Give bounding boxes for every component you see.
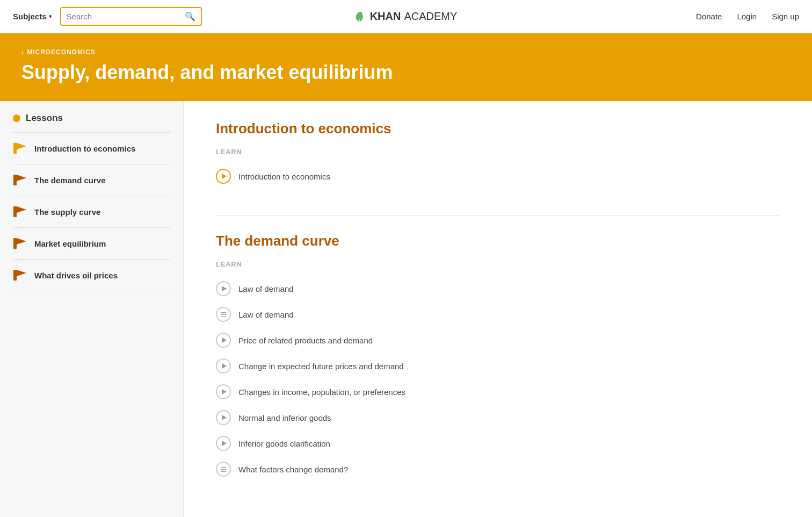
body-layout: Lessons Introduction to economics The de… xyxy=(0,101,812,517)
sidebar-icon-oil xyxy=(13,269,28,281)
login-button[interactable]: Login xyxy=(737,12,757,21)
flag-supply-icon xyxy=(13,206,27,217)
navbar: Subjects ▾ 🔍 KHANACADEMY Donate Login Si… xyxy=(0,0,812,33)
lesson-normal-inferior[interactable]: Normal and inferior goods xyxy=(216,405,780,430)
svg-marker-5 xyxy=(17,206,26,213)
play-triangle-icon xyxy=(222,363,227,369)
lesson-factors-change-demand-text: What factors change demand? xyxy=(238,465,348,474)
sidebar-icon-supply xyxy=(13,206,28,218)
play-triangle-icon xyxy=(222,441,227,446)
document-shape-icon: ☰ xyxy=(220,465,227,473)
chevron-down-icon: ▾ xyxy=(49,13,52,19)
sidebar-icon-equilibrium xyxy=(13,238,28,249)
lesson-future-prices-text: Change in expected future prices and dem… xyxy=(238,362,404,371)
section-intro: Introduction to economics Learn Introduc… xyxy=(216,120,780,189)
sidebar-header: Lessons xyxy=(0,101,183,132)
lesson-law-demand-video[interactable]: Law of demand xyxy=(216,276,780,301)
play-icon-inferior-clarification xyxy=(216,436,231,451)
sidebar-item-equilibrium-label: Market equilibrium xyxy=(34,239,106,248)
lesson-inferior-clarification[interactable]: Inferior goods clarification xyxy=(216,430,780,456)
sidebar-header-label: Lessons xyxy=(26,113,63,124)
play-triangle-icon xyxy=(222,338,227,343)
play-triangle-icon xyxy=(222,286,227,291)
doc-icon-law-demand: ☰ xyxy=(216,307,231,322)
sidebar-dot-icon xyxy=(13,114,20,122)
sidebar-item-supply-label: The supply curve xyxy=(34,207,100,217)
lesson-income-population-text: Changes in income, population, or prefer… xyxy=(238,387,405,397)
flag-demand-icon xyxy=(13,175,27,185)
lesson-income-population[interactable]: Changes in income, population, or prefer… xyxy=(216,379,780,405)
document-shape-icon: ☰ xyxy=(220,311,227,319)
lesson-law-demand-doc[interactable]: ☰ Law of demand xyxy=(216,301,780,327)
page-title: Supply, demand, and market equilibrium xyxy=(21,61,791,84)
play-icon-future-prices xyxy=(216,358,231,374)
sidebar-icon-demand xyxy=(13,174,28,186)
sidebar-item-intro-label: Introduction to economics xyxy=(34,144,135,153)
svg-marker-3 xyxy=(17,175,26,181)
subjects-button[interactable]: Subjects ▾ xyxy=(13,12,52,21)
play-icon-law-demand xyxy=(216,281,231,296)
signup-button[interactable]: Sign up xyxy=(772,12,799,21)
logo-leaf-icon xyxy=(355,11,367,23)
nav-left: Subjects ▾ 🔍 xyxy=(13,7,202,26)
search-icon: 🔍 xyxy=(185,11,195,21)
nav-right: Donate Login Sign up xyxy=(696,12,799,21)
sidebar-item-demand[interactable]: The demand curve xyxy=(0,164,183,196)
lesson-law-demand-video-text: Law of demand xyxy=(238,284,294,293)
section-intro-title: Introduction to economics xyxy=(216,120,780,137)
svg-rect-4 xyxy=(13,206,17,217)
lesson-normal-inferior-text: Normal and inferior goods xyxy=(238,413,331,422)
sidebar-item-supply[interactable]: The supply curve xyxy=(0,196,183,227)
main-content: Introduction to economics Learn Introduc… xyxy=(184,101,812,517)
sidebar-item-equilibrium[interactable]: Market equilibrium xyxy=(0,228,183,259)
play-triangle-icon xyxy=(222,389,227,394)
section-demand: The demand curve Learn Law of demand ☰ L… xyxy=(216,233,780,482)
donate-button[interactable]: Donate xyxy=(696,12,722,21)
lesson-related-products[interactable]: Price of related products and demand xyxy=(216,327,780,353)
svg-rect-6 xyxy=(13,238,17,249)
search-input[interactable] xyxy=(67,12,185,21)
sidebar-item-intro[interactable]: Introduction to economics xyxy=(0,133,183,164)
svg-rect-2 xyxy=(13,175,17,185)
svg-rect-0 xyxy=(13,143,17,154)
sidebar-divider-5 xyxy=(13,291,170,291)
section-divider-intro-demand xyxy=(216,215,780,216)
logo-academy: ACADEMY xyxy=(404,10,457,23)
breadcrumb-label: MICROECONOMICS xyxy=(27,48,95,56)
sidebar-item-oil-label: What drives oil prices xyxy=(34,271,118,280)
play-triangle-icon xyxy=(222,174,227,179)
sidebar-icon-intro xyxy=(13,142,28,154)
play-icon-related-products xyxy=(216,333,231,348)
flag-oil-icon xyxy=(13,270,27,281)
logo-khan: KHAN xyxy=(370,10,401,23)
lesson-related-products-text: Price of related products and demand xyxy=(238,336,373,345)
play-icon-income-population xyxy=(216,384,231,399)
lesson-inferior-clarification-text: Inferior goods clarification xyxy=(238,439,330,448)
breadcrumb-chevron-icon: ‹ xyxy=(21,49,24,55)
play-icon-active xyxy=(216,169,231,184)
lesson-factors-change-demand[interactable]: ☰ What factors change demand? xyxy=(216,456,780,482)
play-triangle-icon xyxy=(222,415,227,420)
svg-marker-7 xyxy=(17,238,26,245)
breadcrumb: ‹ MICROECONOMICS xyxy=(21,48,791,56)
section-intro-subtitle: Learn xyxy=(216,148,780,156)
section-demand-subtitle: Learn xyxy=(216,260,780,268)
section-demand-title: The demand curve xyxy=(216,233,780,249)
svg-marker-9 xyxy=(17,270,26,276)
lesson-law-demand-doc-text: Law of demand xyxy=(238,310,294,319)
svg-marker-1 xyxy=(17,143,26,149)
doc-icon-factors-demand: ☰ xyxy=(216,462,231,477)
search-box: 🔍 xyxy=(60,7,202,26)
svg-rect-8 xyxy=(13,270,17,281)
logo[interactable]: KHANACADEMY xyxy=(355,10,458,23)
subjects-label: Subjects xyxy=(13,12,47,21)
sidebar-item-demand-label: The demand curve xyxy=(34,176,106,185)
flag-intro-icon xyxy=(13,143,27,154)
flag-equilibrium-icon xyxy=(13,238,27,249)
lesson-future-prices[interactable]: Change in expected future prices and dem… xyxy=(216,353,780,379)
lesson-intro-video[interactable]: Introduction to economics xyxy=(216,163,780,189)
lesson-intro-video-text: Introduction to economics xyxy=(238,172,330,181)
hero-banner: ‹ MICROECONOMICS Supply, demand, and mar… xyxy=(0,33,812,101)
sidebar: Lessons Introduction to economics The de… xyxy=(0,101,184,517)
sidebar-item-oil[interactable]: What drives oil prices xyxy=(0,260,183,291)
